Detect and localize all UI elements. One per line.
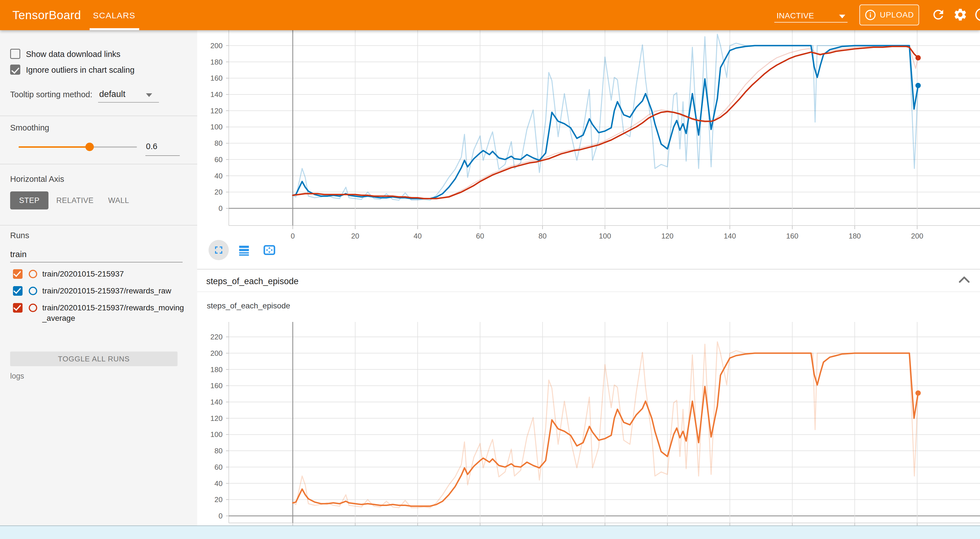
svg-text:20: 20 bbox=[215, 495, 223, 504]
svg-text:0: 0 bbox=[219, 512, 223, 520]
divider bbox=[197, 292, 980, 292]
svg-text:180: 180 bbox=[210, 58, 223, 66]
app-title: TensorBoard bbox=[13, 8, 81, 22]
tab-active-underline bbox=[90, 28, 139, 30]
svg-text:160: 160 bbox=[786, 232, 798, 239]
divider bbox=[0, 164, 197, 164]
status-dropdown-underline bbox=[774, 22, 848, 22]
collapse-chevron-icon[interactable] bbox=[958, 276, 970, 284]
svg-text:200: 200 bbox=[210, 349, 223, 357]
svg-text:60: 60 bbox=[215, 463, 223, 471]
svg-text:80: 80 bbox=[215, 447, 223, 455]
svg-text:20: 20 bbox=[215, 188, 223, 196]
tooltip-sorting-dropdown[interactable]: default bbox=[99, 89, 126, 99]
svg-text:200: 200 bbox=[911, 232, 923, 239]
series-list-icon[interactable] bbox=[234, 240, 254, 260]
axis-step-button[interactable]: STEP bbox=[10, 191, 48, 209]
svg-text:100: 100 bbox=[210, 123, 223, 131]
svg-text:60: 60 bbox=[215, 155, 223, 164]
help-icon[interactable] bbox=[974, 7, 980, 22]
divider bbox=[0, 116, 197, 116]
ignore-outliers-label: Ignore outliers in chart scaling bbox=[26, 65, 134, 75]
show-download-links-label: Show data download links bbox=[26, 49, 120, 59]
svg-text:100: 100 bbox=[210, 430, 223, 439]
settings-sidebar: Show data download links Ignore outliers… bbox=[0, 30, 197, 525]
refresh-icon[interactable] bbox=[931, 7, 946, 22]
svg-text:180: 180 bbox=[849, 232, 861, 239]
run-label: train/20201015-215937 bbox=[42, 269, 188, 279]
steps-chart[interactable]: 020406080100120140160180200220 bbox=[197, 317, 980, 525]
svg-text:80: 80 bbox=[215, 139, 223, 147]
svg-text:0: 0 bbox=[291, 232, 295, 239]
runs-filter-underline bbox=[10, 262, 183, 262]
chevron-down-icon[interactable] bbox=[146, 93, 152, 97]
tag-section-header: steps_of_each_episode bbox=[197, 270, 980, 292]
svg-text:120: 120 bbox=[661, 232, 673, 239]
upload-button[interactable]: UPLOAD bbox=[859, 5, 919, 26]
smoothing-value-input[interactable]: 0.6 bbox=[146, 142, 157, 151]
upload-label: UPLOAD bbox=[880, 10, 914, 19]
horizontal-axis-label: Horizontal Axis bbox=[10, 174, 64, 184]
logs-label: logs bbox=[10, 372, 24, 381]
toggle-all-runs-button[interactable]: TOGGLE ALL RUNS bbox=[10, 352, 178, 366]
main-content: 0204060801001201401601802000204060801001… bbox=[197, 30, 980, 525]
runs-filter-input[interactable]: train bbox=[10, 249, 27, 259]
ignore-outliers-checkbox[interactable] bbox=[10, 65, 20, 75]
rewards-chart[interactable]: 0204060801001201401601802000204060801001… bbox=[197, 30, 980, 239]
svg-text:40: 40 bbox=[414, 232, 422, 239]
show-download-links-checkbox[interactable] bbox=[10, 49, 20, 59]
fullscreen-icon[interactable] bbox=[208, 240, 229, 260]
axis-relative-button[interactable]: RELATIVE bbox=[55, 191, 95, 209]
run-checkbox[interactable] bbox=[13, 286, 22, 296]
svg-text:140: 140 bbox=[724, 232, 736, 239]
svg-text:220: 220 bbox=[210, 333, 223, 341]
tooltip-sorting-label: Tooltip sorting method: bbox=[10, 90, 92, 99]
tab-scalars[interactable]: SCALARS bbox=[93, 11, 135, 20]
svg-text:60: 60 bbox=[476, 232, 484, 239]
svg-text:140: 140 bbox=[210, 398, 223, 406]
svg-text:100: 100 bbox=[599, 232, 611, 239]
info-icon bbox=[864, 9, 876, 21]
chart-card-title: steps_of_each_episode bbox=[207, 301, 290, 310]
smoothing-label: Smoothing bbox=[10, 123, 49, 132]
smoothing-slider-fill bbox=[19, 146, 90, 148]
run-color-swatch[interactable] bbox=[29, 287, 37, 295]
smoothing-slider[interactable] bbox=[19, 146, 137, 148]
smoothing-value-underline bbox=[145, 155, 180, 156]
axis-wall-button[interactable]: WALL bbox=[106, 191, 131, 209]
run-checkbox[interactable] bbox=[13, 269, 22, 279]
app-header: TensorBoard SCALARS INACTIVE UPLOAD bbox=[0, 0, 980, 30]
svg-text:0: 0 bbox=[219, 204, 223, 212]
fit-domain-icon[interactable] bbox=[259, 240, 280, 260]
svg-text:80: 80 bbox=[538, 232, 547, 239]
status-dropdown[interactable]: INACTIVE bbox=[776, 10, 848, 22]
svg-text:20: 20 bbox=[351, 232, 359, 239]
svg-text:40: 40 bbox=[215, 172, 223, 180]
svg-text:120: 120 bbox=[210, 414, 223, 423]
tooltip-dropdown-underline bbox=[98, 102, 159, 103]
svg-text:140: 140 bbox=[210, 90, 223, 99]
run-label: train/20201015-215937/rewards_raw bbox=[42, 285, 188, 296]
svg-text:180: 180 bbox=[210, 365, 223, 374]
run-color-swatch[interactable] bbox=[29, 270, 37, 278]
run-label: train/20201015-215937/rewards_moving_ave… bbox=[42, 303, 188, 323]
run-checkbox[interactable] bbox=[13, 303, 22, 313]
svg-text:120: 120 bbox=[210, 107, 223, 115]
horizontal-scrollbar[interactable] bbox=[0, 525, 980, 539]
chevron-down-icon bbox=[839, 15, 845, 18]
tag-section-title: steps_of_each_episode bbox=[206, 276, 298, 286]
settings-icon[interactable] bbox=[953, 7, 967, 22]
smoothing-slider-thumb[interactable] bbox=[85, 143, 94, 151]
divider bbox=[0, 225, 197, 225]
status-label: INACTIVE bbox=[776, 11, 814, 20]
svg-text:200: 200 bbox=[210, 41, 223, 50]
run-color-swatch[interactable] bbox=[29, 304, 37, 312]
chart-toolbar bbox=[208, 239, 280, 262]
runs-section-label: Runs bbox=[10, 231, 29, 240]
svg-text:160: 160 bbox=[210, 74, 223, 82]
svg-text:40: 40 bbox=[215, 479, 223, 488]
svg-text:160: 160 bbox=[210, 381, 223, 390]
